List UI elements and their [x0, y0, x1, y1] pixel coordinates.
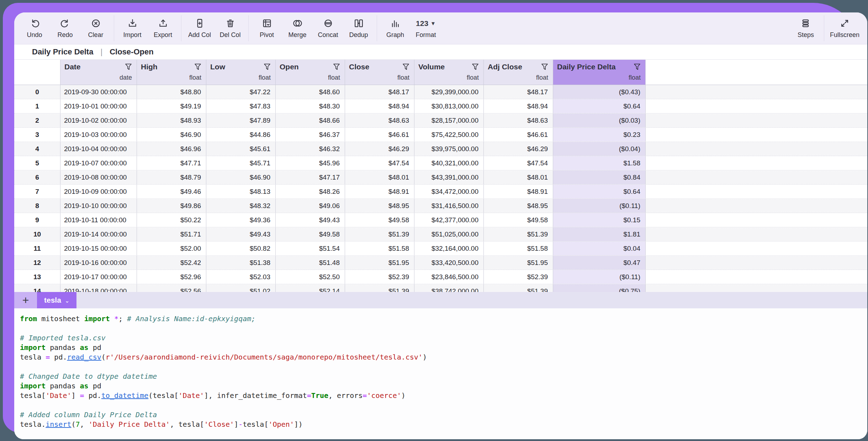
cell[interactable]: 2019-10-08 00:00:00 — [60, 170, 137, 184]
cell[interactable]: $51.58 — [345, 241, 414, 255]
cell[interactable]: $46.29 — [345, 142, 414, 156]
cell[interactable]: $46.96 — [137, 142, 206, 156]
cell[interactable]: 2019-10-18 00:00:00 — [60, 284, 137, 292]
cell[interactable]: $51,025,000.00 — [414, 227, 484, 241]
cell[interactable]: $49.36 — [206, 213, 276, 227]
cell[interactable]: $51.38 — [206, 256, 276, 270]
cell[interactable]: $52.42 — [137, 256, 206, 270]
row-index[interactable]: 14 — [14, 284, 60, 292]
row-index[interactable]: 6 — [14, 170, 60, 184]
cell[interactable]: $48.94 — [484, 99, 553, 113]
cell[interactable]: $48.63 — [345, 113, 414, 127]
toolbar-button-dedup[interactable]: Dedup — [343, 12, 374, 44]
cell[interactable]: $51.71 — [137, 227, 206, 241]
cell[interactable]: $23,846,500.00 — [414, 270, 484, 284]
cell[interactable]: $48.91 — [484, 185, 553, 198]
cell[interactable]: $49.58 — [484, 213, 553, 227]
row-index[interactable]: 8 — [14, 199, 60, 213]
cell[interactable]: $48.66 — [276, 113, 345, 127]
cell[interactable]: $47.83 — [206, 99, 276, 113]
row-index[interactable]: 11 — [14, 241, 60, 255]
cell[interactable]: $29,399,000.00 — [414, 85, 484, 99]
cell[interactable]: $48.01 — [484, 170, 553, 184]
cell[interactable]: $75,422,500.00 — [414, 128, 484, 142]
cell[interactable]: $51.54 — [276, 241, 345, 255]
cell[interactable]: $48.26 — [276, 185, 345, 198]
add-sheet-button[interactable]: + — [14, 292, 37, 308]
cell[interactable]: $39,975,000.00 — [414, 142, 484, 156]
cell[interactable]: $48.63 — [484, 113, 553, 127]
column-header-high[interactable]: High float — [137, 60, 206, 85]
cell[interactable]: $46.61 — [345, 128, 414, 142]
cell[interactable]: $48.91 — [345, 185, 414, 198]
cell[interactable]: $49.58 — [276, 227, 345, 241]
cell[interactable]: $49.06 — [276, 199, 345, 213]
cell[interactable]: $49.43 — [206, 227, 276, 241]
cell[interactable]: $48.95 — [484, 199, 553, 213]
cell[interactable]: $48.30 — [276, 99, 345, 113]
cell[interactable]: $49.43 — [276, 213, 345, 227]
formula-bar-formula[interactable]: Close-Open — [110, 47, 153, 57]
cell[interactable]: $49.19 — [137, 99, 206, 113]
cell[interactable]: $32,164,000.00 — [414, 241, 484, 255]
toolbar-button-add-col[interactable]: Add Col — [184, 12, 215, 44]
cell[interactable]: $1.58 — [553, 156, 646, 170]
cell[interactable]: $52.50 — [276, 270, 345, 284]
column-header-daily-price-delta[interactable]: Daily Price Delta float — [553, 60, 646, 85]
cell[interactable]: 2019-10-03 00:00:00 — [60, 128, 137, 142]
cell[interactable]: 2019-10-17 00:00:00 — [60, 270, 137, 284]
toolbar-button-format[interactable]: 123▼Format — [411, 12, 441, 44]
cell[interactable]: $52.39 — [484, 270, 553, 284]
cell[interactable]: $51.39 — [345, 227, 414, 241]
row-index[interactable]: 5 — [14, 156, 60, 170]
row-index[interactable]: 1 — [14, 99, 60, 113]
filter-icon[interactable] — [263, 63, 271, 71]
cell[interactable]: ($0.03) — [553, 113, 646, 127]
toolbar-button-concat[interactable]: Concat — [313, 12, 343, 44]
filter-icon[interactable] — [333, 63, 340, 71]
cell[interactable]: $50.82 — [206, 241, 276, 255]
cell[interactable]: $48.60 — [276, 85, 345, 99]
cell[interactable]: $48.17 — [484, 85, 553, 99]
toolbar-button-pivot[interactable]: Pivot — [252, 12, 282, 44]
cell[interactable]: 2019-10-11 00:00:00 — [60, 213, 137, 227]
cell[interactable]: ($0.11) — [553, 199, 646, 213]
cell[interactable]: 2019-10-14 00:00:00 — [60, 227, 137, 241]
cell[interactable]: 2019-10-15 00:00:00 — [60, 241, 137, 255]
cell[interactable]: $48.80 — [137, 85, 206, 99]
cell[interactable]: $51.39 — [345, 284, 414, 292]
cell[interactable]: $46.37 — [276, 128, 345, 142]
cell[interactable]: $48.94 — [345, 99, 414, 113]
cell[interactable]: $45.71 — [206, 156, 276, 170]
cell[interactable]: $45.61 — [206, 142, 276, 156]
toolbar-button-fullscreen[interactable]: Fullscreen — [827, 12, 862, 44]
cell[interactable]: $46.29 — [484, 142, 553, 156]
cell[interactable]: $0.47 — [553, 256, 646, 270]
column-header-adj-close[interactable]: Adj Close float — [484, 60, 553, 85]
toolbar-button-steps[interactable]: Steps — [790, 12, 821, 44]
cell[interactable]: 2019-10-04 00:00:00 — [60, 142, 137, 156]
cell[interactable]: 2019-10-02 00:00:00 — [60, 113, 137, 127]
cell[interactable]: $28,157,000.00 — [414, 113, 484, 127]
cell[interactable]: $44.86 — [206, 128, 276, 142]
cell[interactable]: $47.54 — [484, 156, 553, 170]
cell[interactable]: ($0.75) — [553, 284, 646, 292]
cell[interactable]: $48.93 — [137, 113, 206, 127]
cell[interactable]: $1.81 — [553, 227, 646, 241]
cell[interactable]: $51.39 — [484, 227, 553, 241]
column-header-open[interactable]: Open float — [276, 60, 345, 85]
cell[interactable]: $31,416,500.00 — [414, 199, 484, 213]
cell[interactable]: $50.22 — [137, 213, 206, 227]
column-header-date[interactable]: Date date — [60, 60, 137, 85]
cell[interactable]: $52.03 — [206, 270, 276, 284]
cell[interactable]: $51.95 — [345, 256, 414, 270]
cell[interactable]: $51.48 — [276, 256, 345, 270]
filter-icon[interactable] — [471, 63, 479, 71]
cell[interactable]: $42,377,000.00 — [414, 213, 484, 227]
cell[interactable]: 2019-09-30 00:00:00 — [60, 85, 137, 99]
cell[interactable]: $43,391,000.00 — [414, 170, 484, 184]
row-index[interactable]: 9 — [14, 213, 60, 227]
cell[interactable]: $0.84 — [553, 170, 646, 184]
cell[interactable]: ($0.43) — [553, 85, 646, 99]
cell[interactable]: 2019-10-10 00:00:00 — [60, 199, 137, 213]
